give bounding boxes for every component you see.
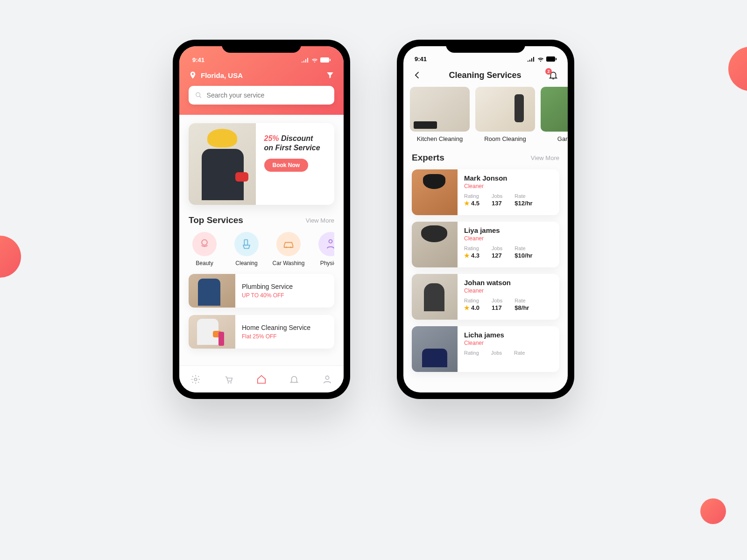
tab-home[interactable]	[256, 374, 267, 385]
promo-card[interactable]: 25% Discount on First Service Book Now	[189, 123, 334, 205]
experts-title: Experts	[412, 153, 444, 163]
expert-card[interactable]: Licha james Cleaner Rating Jobs Rate	[412, 326, 559, 372]
offer-image	[189, 274, 235, 308]
phone-home: 9:41 Florida, USA	[173, 40, 350, 399]
offer-image	[189, 315, 235, 349]
star-icon: ★	[464, 252, 470, 259]
search-input[interactable]	[207, 91, 328, 99]
service-item-cleaning[interactable]: Cleaning	[231, 232, 262, 266]
location-text: Florida, USA	[201, 71, 243, 79]
service-item-beauty[interactable]: Beauty	[189, 232, 220, 266]
expert-avatar	[412, 222, 458, 267]
svg-rect-0	[320, 57, 329, 63]
tab-settings[interactable]	[190, 374, 201, 385]
promo-line1: 25% Discount	[264, 134, 326, 143]
svg-point-7	[290, 246, 292, 248]
svg-point-11	[230, 382, 232, 383]
svg-point-8	[329, 240, 332, 243]
signal-icon	[528, 57, 535, 62]
svg-point-4	[202, 240, 207, 245]
location-pin-icon	[189, 71, 197, 79]
tab-cart[interactable]	[224, 374, 234, 385]
category-image	[410, 87, 470, 132]
expert-card[interactable]: Johan watson Cleaner Rating★4.0 Jobs117 …	[412, 274, 559, 320]
promo-line2: on First Service	[264, 144, 326, 152]
status-icons	[528, 56, 557, 62]
expert-avatar	[412, 274, 458, 320]
battery-icon	[546, 56, 557, 62]
status-bar: 9:41	[189, 54, 334, 68]
expert-card[interactable]: Mark Jonson Cleaner Rating★4.5 Jobs137 R…	[412, 169, 559, 215]
svg-rect-1	[330, 59, 331, 61]
bg-decor	[700, 498, 726, 524]
wifi-icon	[311, 58, 318, 63]
star-icon: ★	[464, 304, 470, 311]
svg-point-10	[227, 382, 229, 383]
view-more-link[interactable]: View More	[531, 154, 559, 161]
view-more-link[interactable]: View More	[306, 217, 334, 224]
page-title: Cleaning Services	[422, 70, 548, 80]
notch	[446, 40, 525, 53]
services-row: Beauty Cleaning Car Washing Physical	[189, 232, 334, 266]
book-now-button[interactable]: Book Now	[264, 159, 309, 172]
offer-card-plumbing[interactable]: Plumbing Service UP TO 40% OFF	[189, 274, 334, 308]
status-time: 9:41	[192, 56, 204, 63]
status-time: 9:41	[415, 56, 427, 63]
star-icon: ★	[464, 200, 470, 207]
tab-profile[interactable]	[322, 374, 332, 385]
category-kitchen[interactable]: Kitchen Cleaning	[410, 87, 470, 142]
beauty-icon	[192, 232, 217, 256]
svg-point-6	[286, 246, 288, 248]
battery-icon	[320, 57, 331, 63]
svg-point-12	[325, 376, 329, 379]
category-room[interactable]: Room Cleaning	[475, 87, 535, 142]
status-icons	[302, 57, 331, 63]
back-icon[interactable]	[413, 70, 422, 80]
svg-rect-13	[546, 56, 555, 62]
svg-point-9	[194, 378, 197, 381]
svg-rect-14	[556, 58, 557, 60]
signal-icon	[302, 58, 309, 63]
notifications-button[interactable]: 2	[548, 70, 558, 80]
notch	[222, 40, 301, 53]
notification-badge: 2	[545, 68, 552, 75]
location-selector[interactable]: Florida, USA	[189, 71, 243, 79]
phone-cleaning-services: 9:41 Cleaning Services 2 Kitchen C	[397, 40, 574, 399]
svg-point-2	[196, 93, 200, 97]
header: 9:41 Florida, USA	[179, 46, 344, 115]
offer-card-homeclean[interactable]: Home Cleaning Service Flat 25% OFF	[189, 315, 334, 349]
category-image	[541, 87, 568, 132]
svg-rect-5	[244, 240, 247, 245]
physical-icon	[318, 232, 334, 256]
category-image	[475, 87, 535, 132]
top-services-title: Top Services	[189, 215, 243, 225]
filter-icon[interactable]	[326, 71, 334, 79]
wifi-icon	[537, 57, 544, 62]
car-icon	[276, 232, 301, 256]
service-item-carwash[interactable]: Car Washing	[273, 232, 304, 266]
search-icon	[195, 91, 202, 99]
cleaning-icon	[234, 232, 259, 256]
expert-card[interactable]: Liya james Cleaner Rating★4.3 Jobs127 Ra…	[412, 222, 559, 267]
tab-bar	[179, 365, 344, 392]
expert-avatar	[412, 169, 458, 215]
service-item-physical[interactable]: Physical	[315, 232, 334, 266]
tab-notifications[interactable]	[289, 374, 299, 385]
category-row: Kitchen Cleaning Room Cleaning Garden C	[403, 87, 568, 142]
svg-line-3	[199, 96, 201, 98]
search-box[interactable]	[189, 86, 334, 105]
category-garden[interactable]: Garden C	[541, 87, 568, 142]
expert-avatar	[412, 326, 458, 372]
promo-image	[189, 123, 256, 205]
